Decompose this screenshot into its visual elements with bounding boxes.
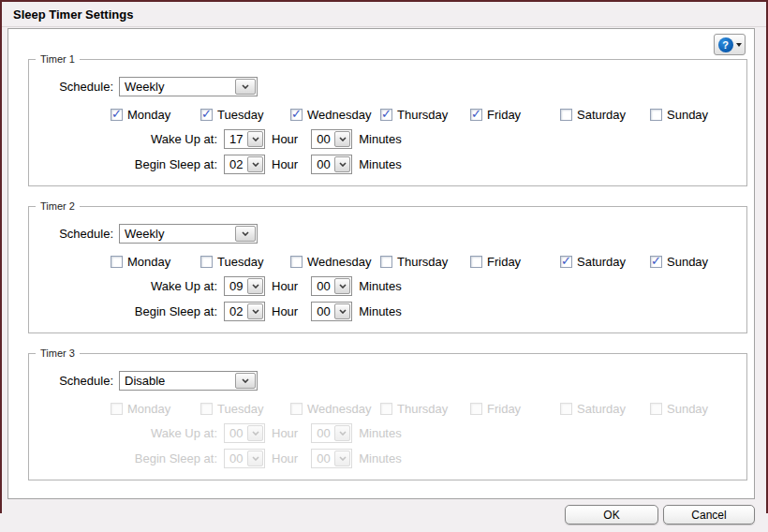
hour-label: Hour [272,304,298,318]
timer-1-section: Timer 1 Schedule: Weekly Monday Tuesday … [28,53,747,186]
day-checkbox-saturday[interactable] [560,256,572,268]
chevron-down-icon [334,425,350,441]
day-checkbox-saturday [560,403,572,415]
day-checkbox-wednesday[interactable] [290,109,303,121]
begin-sleep-label: Begin Sleep at: [29,157,217,171]
day-label: Tuesday [217,255,263,269]
day-checkbox-tuesday[interactable] [200,109,213,121]
day-label: Monday [127,402,170,416]
day-checkbox-monday[interactable] [111,256,123,268]
timer2-sleep-minutes-select[interactable]: 00 [311,302,352,321]
timer3-sleep-minutes-select: 00 [311,449,352,468]
timer3-wake-minutes-select: 00 [311,423,352,443]
day-label: Thursday [397,402,448,416]
help-icon: ? [718,37,733,52]
chevron-down-icon [235,226,256,242]
day-checkbox-thursday [380,403,392,415]
chevron-down-icon [247,303,263,319]
hour-label: Hour [272,279,298,293]
day-checkbox-wednesday [290,403,303,415]
day-checkbox-thursday[interactable] [380,109,392,121]
timer-2-section: Timer 2 Schedule: Weekly Monday Tuesday … [28,200,747,333]
timer3-schedule-select[interactable]: Disable [119,371,258,391]
timer2-schedule-select[interactable]: Weekly [119,224,258,244]
timer-legend: Timer 2 [36,200,80,212]
chevron-down-icon [334,451,350,466]
minutes-label: Minutes [359,132,402,146]
begin-sleep-label: Begin Sleep at: [29,451,217,466]
day-checkbox-sunday [650,403,662,415]
day-checkbox-thursday[interactable] [380,256,392,268]
chevron-down-icon [334,303,350,319]
wake-up-label: Wake Up at: [29,426,217,440]
timer3-wake-hour-select: 00 [224,423,265,443]
timer1-sleep-minutes-select[interactable]: 00 [311,155,352,174]
sleep-minutes-value: 00 [317,451,330,467]
chevron-down-icon [334,156,350,172]
schedule-selected-value: Weekly [125,226,164,243]
wake-minutes-value: 00 [317,425,330,442]
wake-up-label: Wake Up at: [29,279,217,293]
chevron-down-icon [247,278,263,294]
timer1-wake-hour-select[interactable]: 17 [224,129,265,149]
day-label: Sunday [667,255,708,269]
sleep-hour-value: 00 [229,451,243,467]
chevron-down-icon [247,425,263,441]
minutes-label: Minutes [359,426,402,440]
minutes-label: Minutes [359,451,402,466]
schedule-selected-value: Weekly [125,79,164,96]
day-checkbox-friday[interactable] [470,109,482,121]
hour-label: Hour [272,157,298,171]
day-label: Saturday [577,108,626,122]
minutes-label: Minutes [359,304,402,318]
day-label: Monday [127,255,170,269]
chevron-down-icon [334,278,350,294]
day-label: Wednesday [307,108,371,122]
schedule-label: Schedule: [29,80,113,94]
wake-up-label: Wake Up at: [29,132,217,146]
day-label: Wednesday [307,255,371,269]
timer1-schedule-select[interactable]: Weekly [119,77,258,96]
timer2-wake-hour-select[interactable]: 09 [224,276,265,296]
day-checkbox-friday [470,403,482,415]
schedule-label: Schedule: [29,374,113,388]
timer-legend: Timer 1 [36,53,80,65]
timer-legend: Timer 3 [36,347,80,359]
day-label: Friday [487,402,521,416]
schedule-label: Schedule: [29,227,113,241]
timer2-sleep-hour-select[interactable]: 02 [224,302,265,321]
day-checkbox-monday [111,403,123,415]
day-label: Friday [487,108,521,122]
begin-sleep-label: Begin Sleep at: [29,304,217,318]
day-checkbox-saturday[interactable] [560,109,572,121]
day-label: Saturday [577,402,626,416]
timer1-wake-minutes-select[interactable]: 00 [311,129,352,149]
ok-button[interactable]: OK [565,505,658,525]
day-checkbox-friday[interactable] [470,256,482,268]
sleep-minutes-value: 00 [317,156,330,173]
minutes-label: Minutes [359,157,402,171]
day-checkbox-sunday[interactable] [650,109,662,121]
timer-3-section: Timer 3 Schedule: Disable Monday Tuesday… [28,347,747,480]
dialog-buttons: OK Cancel [565,505,755,525]
day-checkbox-sunday[interactable] [650,256,662,268]
timer2-wake-minutes-select[interactable]: 00 [311,276,352,296]
day-label: Monday [127,108,170,122]
chevron-down-icon [247,156,263,172]
day-label: Thursday [397,108,448,122]
chevron-down-icon [247,131,263,147]
day-checkbox-monday[interactable] [111,109,123,121]
chevron-down-icon [247,451,263,466]
sleep-hour-value: 02 [229,156,243,173]
day-checkbox-tuesday[interactable] [200,256,213,268]
sleep-timer-settings-panel: ? Timer 1 Schedule: Weekly Monday Tuesda… [7,28,755,499]
timer1-sleep-hour-select[interactable]: 02 [224,155,265,174]
window-frame-left [0,0,2,513]
wake-minutes-value: 00 [317,278,330,295]
chevron-down-icon [334,131,350,147]
help-button[interactable]: ? [714,34,746,55]
chevron-down-icon [736,43,742,47]
hour-label: Hour [272,451,298,466]
cancel-button[interactable]: Cancel [663,505,755,525]
day-checkbox-wednesday[interactable] [290,256,303,268]
